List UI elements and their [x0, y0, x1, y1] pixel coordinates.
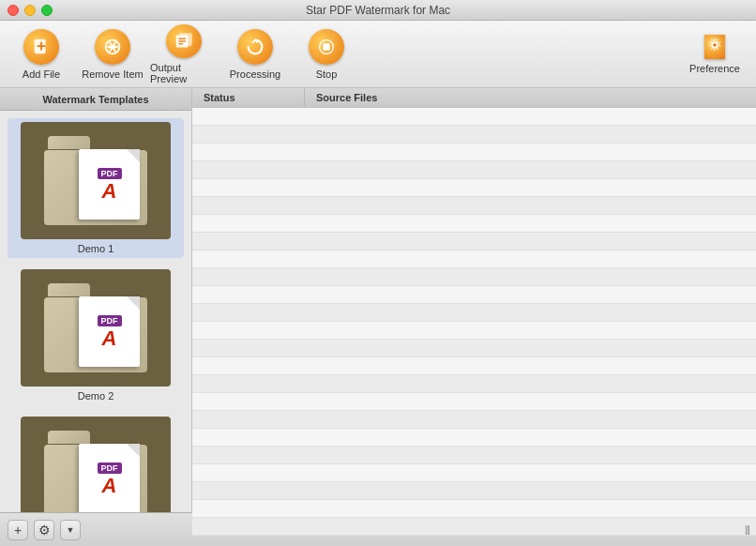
traffic-lights	[8, 5, 53, 16]
main-content: Watermark Templates PDF A Demo 1	[0, 88, 756, 512]
svg-point-16	[713, 43, 717, 47]
pdf-logo: A	[102, 181, 117, 202]
folder-tab	[48, 431, 90, 444]
processing-label: Processing	[230, 68, 280, 80]
list-item	[192, 464, 756, 482]
list-item	[192, 447, 756, 464]
minimize-button[interactable]	[24, 5, 36, 16]
add-file-button[interactable]: Add File	[8, 24, 75, 84]
right-panel-header: Status Source Files	[192, 88, 756, 108]
status-column-header: Status	[192, 88, 305, 107]
pdf-folder-3: PDF A	[44, 431, 147, 512]
chevron-down-icon: ▼	[67, 525, 75, 535]
pdf-logo: A	[102, 476, 117, 496]
processing-button[interactable]: Processing	[221, 24, 289, 84]
list-item	[192, 144, 756, 161]
toolbar-items: Add File Remove Item	[8, 24, 681, 84]
pdf-folder-2: PDF A	[44, 283, 147, 372]
page-corner	[127, 296, 140, 310]
gear-button[interactable]: ⚙	[34, 520, 54, 540]
page-corner	[127, 444, 140, 457]
template-item[interactable]: PDF A 2q	[8, 413, 184, 512]
list-item	[192, 108, 756, 126]
list-item	[192, 197, 756, 215]
add-file-label: Add File	[23, 68, 60, 80]
right-panel: Status Source Files	[192, 88, 756, 512]
list-item	[192, 518, 756, 536]
pdf-page: PDF A	[79, 296, 140, 367]
list-item	[192, 126, 756, 144]
source-files-list	[192, 108, 756, 536]
list-item	[192, 233, 756, 250]
list-item	[192, 250, 756, 268]
list-item	[192, 304, 756, 322]
output-preview-icon	[166, 24, 202, 58]
add-file-icon	[23, 29, 59, 65]
pdf-folder-1: PDF A	[44, 136, 147, 225]
list-item	[192, 375, 756, 393]
list-item	[192, 161, 756, 179]
stop-button[interactable]: Stop	[293, 24, 360, 84]
preference-button[interactable]: Preference	[681, 24, 748, 84]
stop-label: Stop	[316, 68, 338, 80]
plus-icon: +	[14, 523, 22, 538]
remove-item-label: Remove Item	[82, 68, 143, 80]
list-item	[192, 411, 756, 429]
preference-label: Preference	[689, 63, 740, 74]
pdf-page: PDF A	[79, 444, 140, 512]
chevron-button[interactable]: ▼	[60, 520, 81, 540]
list-item	[192, 393, 756, 411]
stop-icon	[309, 29, 344, 65]
list-item	[192, 340, 756, 357]
list-item	[192, 482, 756, 500]
source-files-column-header: Source Files	[305, 88, 756, 107]
list-item	[192, 286, 756, 304]
maximize-button[interactable]	[41, 5, 53, 16]
preference-icon	[704, 35, 725, 59]
template-name-1: Demo 1	[78, 243, 114, 254]
output-preview-button[interactable]: Output Preview	[150, 24, 218, 84]
title-bar: Star PDF Watermark for Mac	[0, 0, 756, 21]
toolbar: Add File Remove Item	[0, 21, 756, 88]
list-item	[192, 179, 756, 197]
watermark-templates-header: Watermark Templates	[0, 88, 191, 111]
template-icon-1: PDF A	[21, 122, 171, 239]
template-item[interactable]: PDF A Demo 1	[8, 118, 184, 258]
list-item	[192, 268, 756, 286]
svg-rect-13	[323, 43, 329, 50]
pdf-badge: PDF	[98, 463, 122, 474]
output-preview-label: Output Preview	[150, 62, 218, 84]
list-item	[192, 429, 756, 447]
pdf-badge: PDF	[98, 168, 122, 179]
folder-tab	[48, 136, 90, 149]
list-item	[192, 357, 756, 375]
list-item	[192, 500, 756, 518]
gear-icon: ⚙	[38, 523, 51, 538]
page-corner	[127, 149, 140, 162]
remove-item-button[interactable]: Remove Item	[79, 24, 146, 84]
window-title: Star PDF Watermark for Mac	[306, 4, 450, 17]
list-item	[192, 215, 756, 233]
add-template-button[interactable]: +	[8, 520, 28, 540]
template-name-2: Demo 2	[78, 390, 114, 402]
left-panel: Watermark Templates PDF A Demo 1	[0, 88, 192, 512]
pdf-page: PDF A	[79, 149, 140, 220]
close-button[interactable]	[8, 5, 19, 16]
remove-item-icon	[95, 29, 130, 65]
templates-list: PDF A Demo 1 PDF A	[0, 111, 191, 512]
pdf-badge: PDF	[98, 315, 122, 326]
resize-handle[interactable]: |||	[746, 521, 748, 539]
template-icon-3: PDF A	[21, 417, 171, 512]
folder-tab	[48, 283, 90, 296]
list-item	[192, 322, 756, 340]
template-icon-2: PDF A	[21, 269, 171, 387]
pdf-logo: A	[102, 328, 117, 349]
processing-icon	[237, 29, 273, 65]
template-item[interactable]: PDF A Demo 2	[8, 265, 184, 405]
